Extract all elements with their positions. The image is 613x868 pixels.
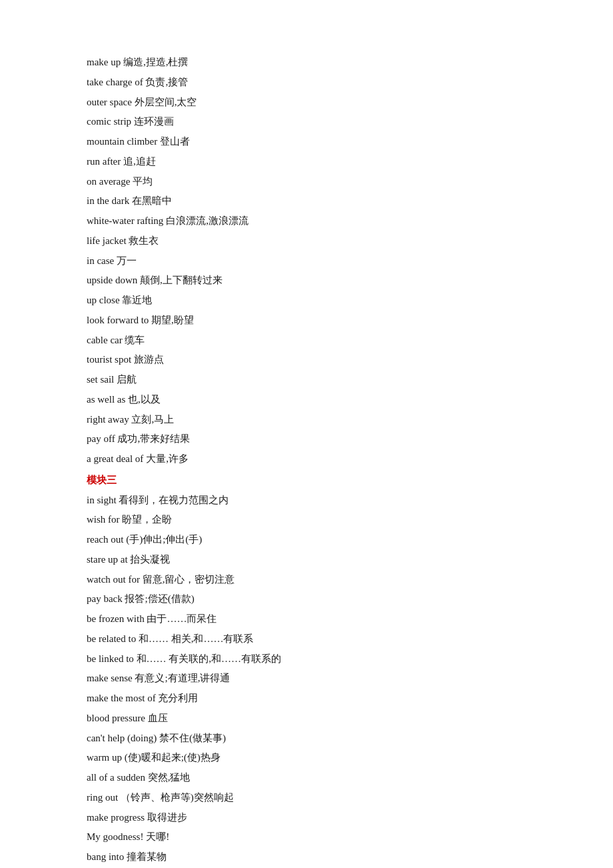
en-term-up-close: up close (87, 295, 120, 305)
en-term-ring-out: ring out (87, 792, 118, 803)
zh-def-as-well-as: 也,以及 (128, 394, 161, 405)
zh-def-life-jacket: 救生衣 (129, 235, 159, 246)
en-term-pay-back: pay back (87, 593, 123, 604)
zh-def-in-case: 万一 (117, 255, 137, 266)
vocab-item-warm-up: warm up (使)暖和起来;(使)热身 (87, 749, 526, 767)
vocab-item-be-related-to: be related to 和…… 相关,和……有联系 (87, 630, 526, 649)
en-term-a-great-deal-of: a great deal of (87, 453, 143, 464)
vocab-item-watch-out-for: watch out for 留意,留心，密切注意 (87, 571, 526, 589)
vocab-item-reach-out: reach out (手)伸出;伸出(手) (87, 531, 526, 549)
en-term-be-linked-to: be linked to (87, 653, 134, 664)
zh-def-bang-into: 撞着某物 (127, 851, 167, 862)
vocab-item-all-of-a-sudden: all of a sudden 突然,猛地 (87, 769, 526, 787)
en-term-comic-strip: comic strip (87, 116, 131, 127)
zh-def-be-linked-to: 和…… 有关联的,和……有联系的 (137, 653, 282, 664)
vocab-item-make-sense: make sense 有意义;有道理,讲得通 (87, 669, 526, 688)
en-term-blood-pressure: blood pressure (87, 713, 145, 723)
zh-def-watch-out-for: 留意,留心，密切注意 (143, 574, 235, 585)
vocab-item-mountain-climber: mountain climber 登山者 (87, 133, 526, 151)
zh-def-make-up: 编造,捏造,杜撰 (123, 57, 189, 67)
vocab-item-be-frozen-with: be frozen with 由于……而呆住 (87, 610, 526, 629)
zh-def-mountain-climber: 登山者 (160, 136, 190, 147)
en-term-run-after: run after (87, 156, 121, 167)
en-term-make-progress: make progress (87, 812, 145, 823)
section-header-section-header: 模块三 (87, 471, 526, 490)
vocab-item-wish-for: wish for 盼望，企盼 (87, 511, 526, 529)
vocab-item-pay-back: pay back 报答;偿还(借款) (87, 590, 526, 609)
vocab-item-in-case: in case 万一 (87, 252, 526, 271)
zh-def-set-sail: 启航 (117, 374, 137, 385)
en-term-pay-off: pay off (87, 433, 115, 444)
zh-def-up-close: 靠近地 (122, 295, 152, 305)
zh-def-ring-out: （铃声、枪声等)突然响起 (121, 792, 234, 803)
zh-def-my-goodness: 天哪! (146, 831, 169, 842)
en-term-set-sail: set sail (87, 374, 114, 385)
en-term-look-forward-to: look forward to (87, 315, 149, 325)
zh-def-run-after: 追,追赶 (123, 156, 156, 167)
vocab-item-bang-into: bang into 撞着某物 (87, 848, 526, 867)
vocab-item-white-water-rafting: white-water rafting 白浪漂流,激浪漂流 (87, 212, 526, 231)
zh-def-tourist-spot: 旅游点 (134, 354, 164, 365)
vocab-item-blood-pressure: blood pressure 血压 (87, 709, 526, 728)
zh-def-in-sight: 看得到，在视力范围之内 (119, 495, 229, 505)
vocab-item-outer-space: outer space 外层空间,太空 (87, 93, 526, 112)
vocab-item-make-the-most-of: make the most of 充分利用 (87, 689, 526, 708)
zh-def-wish-for: 盼望，企盼 (122, 514, 172, 525)
en-term-make-up: make up (87, 57, 121, 67)
zh-def-on-average: 平均 (133, 176, 153, 187)
zh-def-comic-strip: 连环漫画 (134, 116, 174, 127)
en-term-as-well-as: as well as (87, 394, 125, 405)
en-term-reach-out: reach out (87, 534, 123, 545)
zh-def-make-progress: 取得进步 (147, 812, 187, 823)
en-term-in-sight: in sight (87, 495, 117, 505)
en-term-watch-out-for: watch out for (87, 574, 140, 585)
vocab-item-life-jacket: life jacket 救生衣 (87, 232, 526, 251)
vocab-item-look-forward-to: look forward to 期望,盼望 (87, 311, 526, 330)
en-term-make-sense: make sense (87, 673, 133, 683)
en-term-outer-space: outer space (87, 97, 132, 107)
en-term-make-the-most-of: make the most of (87, 693, 156, 703)
en-term-in-case: in case (87, 255, 114, 266)
en-term-wish-for: wish for (87, 514, 120, 525)
zh-def-pay-off: 成功,带来好结果 (117, 433, 190, 444)
en-term-life-jacket: life jacket (87, 235, 127, 246)
vocab-item-a-great-deal-of: a great deal of 大量,许多 (87, 450, 526, 469)
zh-def-white-water-rafting: 白浪漂流,激浪漂流 (166, 215, 249, 226)
zh-def-all-of-a-sudden: 突然,猛地 (148, 772, 191, 783)
en-term-on-average: on average (87, 176, 130, 187)
en-term-stare-up-at: stare up at (87, 554, 128, 565)
en-term-cable-car: cable car (87, 335, 123, 345)
zh-def-cable-car: 缆车 (125, 335, 145, 345)
zh-def-blood-pressure: 血压 (148, 713, 168, 723)
zh-def-outer-space: 外层空间,太空 (135, 97, 197, 107)
zh-def-stare-up-at: 抬头凝视 (130, 554, 170, 565)
en-term-upside-down: upside down (87, 275, 137, 285)
zh-def-look-forward-to: 期望,盼望 (151, 315, 194, 325)
vocab-item-run-after: run after 追,追赶 (87, 153, 526, 171)
en-term-right-away: right away (87, 414, 129, 425)
en-term-tourist-spot: tourist spot (87, 354, 131, 365)
vocab-item-ring-out: ring out （铃声、枪声等)突然响起 (87, 789, 526, 807)
vocab-item-set-sail: set sail 启航 (87, 371, 526, 389)
vocab-item-take-charge-of: take charge of 负责,接管 (87, 73, 526, 92)
zh-def-reach-out: (手)伸出;伸出(手) (126, 534, 202, 545)
en-term-my-goodness: My goodness! (87, 831, 143, 842)
zh-def-warm-up: (使)暖和起来;(使)热身 (125, 752, 221, 763)
zh-def-upside-down: 颠倒,上下翻转过来 (140, 275, 223, 285)
en-term-all-of-a-sudden: all of a sudden (87, 772, 145, 783)
vocab-item-in-the-dark: in the dark 在黑暗中 (87, 192, 526, 211)
vocab-item-cant-help-doing: can't help (doing) 禁不住(做某事) (87, 729, 526, 748)
zh-def-a-great-deal-of: 大量,许多 (146, 453, 189, 464)
zh-def-be-frozen-with: 由于……而呆住 (147, 613, 217, 624)
en-term-white-water-rafting: white-water rafting (87, 215, 163, 226)
vocab-item-as-well-as: as well as 也,以及 (87, 391, 526, 409)
vocab-item-right-away: right away 立刻,马上 (87, 411, 526, 429)
en-term-take-charge-of: take charge of (87, 77, 143, 87)
vocab-item-cable-car: cable car 缆车 (87, 331, 526, 350)
zh-def-pay-back: 报答;偿还(借款) (125, 593, 194, 604)
zh-def-make-sense: 有意义;有道理,讲得通 (135, 673, 230, 683)
page-container: make up 编造,捏造,杜撰take charge of 负责,接管oute… (0, 0, 613, 868)
vocab-item-pay-off: pay off 成功,带来好结果 (87, 430, 526, 449)
zh-def-make-the-most-of: 充分利用 (158, 693, 198, 703)
zh-def-be-related-to: 和…… 相关,和……有联系 (139, 633, 254, 644)
